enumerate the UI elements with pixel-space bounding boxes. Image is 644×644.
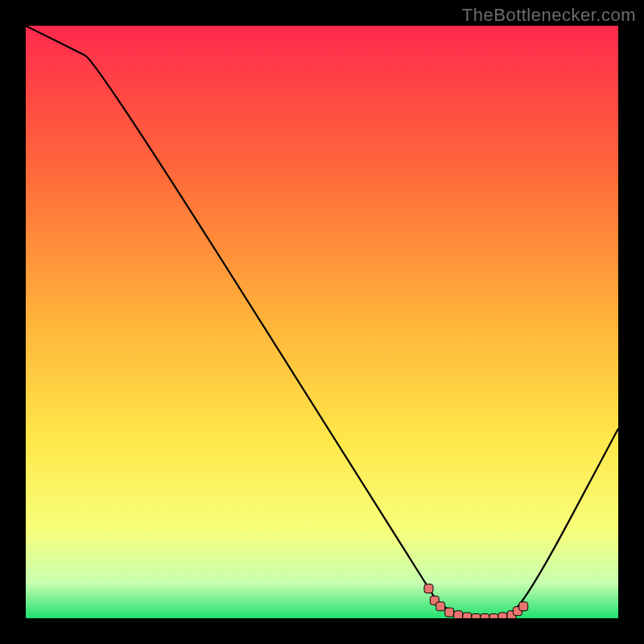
optimal-marker xyxy=(498,613,507,618)
optimal-marker xyxy=(472,614,481,619)
optimal-marker xyxy=(424,584,433,593)
optimal-marker xyxy=(481,614,489,619)
watermark-text: TheBottlenecker.com xyxy=(462,5,636,26)
optimal-marker xyxy=(519,602,528,611)
optimal-marker xyxy=(463,613,472,618)
gradient-background xyxy=(26,26,618,618)
optimal-marker xyxy=(454,611,463,618)
chart-svg xyxy=(26,26,618,618)
chart-outer-frame: TheBottlenecker.com xyxy=(0,0,644,644)
optimal-marker xyxy=(489,614,498,619)
optimal-marker xyxy=(445,608,454,617)
optimal-marker xyxy=(436,602,445,611)
plot-area xyxy=(26,26,618,618)
